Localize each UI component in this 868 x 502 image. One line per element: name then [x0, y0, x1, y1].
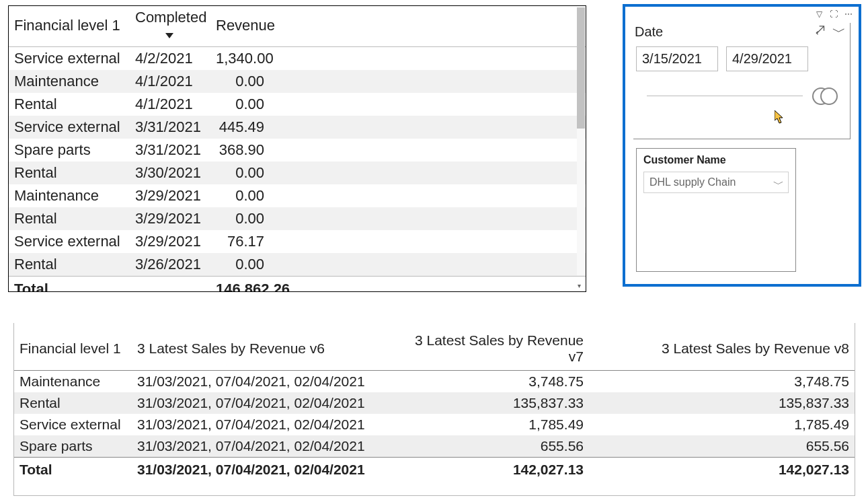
cell-fin: Service external [9, 230, 130, 253]
visual-header-icons: ▽ ⛶ ⋯ [814, 9, 853, 19]
more-options-icon[interactable]: ⋯ [844, 9, 853, 19]
table-row[interactable]: Rental4/1/20210.00 [9, 93, 586, 116]
date-to-input[interactable]: 4/29/2021 [726, 46, 808, 71]
total2-v8: 142,027.13 [589, 458, 855, 481]
revenue-table: Financial level 1 Completed Revenue Serv… [9, 6, 586, 292]
cell-fin: Rental [9, 207, 130, 230]
cell-fin: Maintenance [9, 70, 130, 93]
cell-v8: 135,837.33 [589, 392, 855, 414]
cell-completed: 3/29/2021 [130, 207, 210, 230]
cell-fin: Service external [14, 414, 132, 435]
customer-dropdown[interactable]: DHL supply Chain ﹀ [643, 172, 789, 193]
cell-revenue: 368.90 [210, 139, 298, 162]
customer-slicer-title: Customer Name [643, 154, 789, 166]
customer-selected-value: DHL supply Chain [649, 176, 736, 188]
clear-selections-icon[interactable] [816, 23, 826, 41]
table-row[interactable]: Maintenance31/03/2021, 07/04/2021, 02/04… [14, 371, 855, 393]
cell-completed: 3/30/2021 [130, 162, 210, 184]
table-row[interactable]: Maintenance4/1/20210.00 [9, 70, 586, 93]
cell-revenue: 0.00 [210, 207, 298, 230]
col-financial-level[interactable]: Financial level 1 [9, 6, 130, 47]
date-range-slider[interactable] [640, 87, 843, 105]
cell-v7: 1,785.49 [394, 414, 589, 435]
cell-completed: 4/1/2021 [130, 93, 210, 116]
cell-v6: 31/03/2021, 07/04/2021, 02/04/2021 [132, 371, 394, 393]
slider-track [647, 96, 803, 96]
slider-handles[interactable] [812, 87, 839, 105]
cell-revenue: 76.17 [210, 230, 298, 253]
table-row[interactable]: Spare parts3/31/2021368.90 [9, 139, 586, 162]
scrollbar-track[interactable] [577, 7, 585, 275]
cell-v7: 135,837.33 [394, 392, 589, 414]
cell-fin: Maintenance [14, 371, 132, 393]
chevron-down-icon: ﹀ [773, 178, 784, 192]
mouse-cursor-icon [775, 110, 785, 124]
cell-revenue: 0.00 [210, 93, 298, 116]
cell-completed: 3/31/2021 [130, 116, 210, 139]
cell-revenue: 0.00 [210, 253, 298, 277]
customer-slicer[interactable]: Customer Name DHL supply Chain ﹀ [636, 148, 796, 272]
total2-v6: 31/03/2021, 07/04/2021, 02/04/2021 [132, 458, 394, 481]
cell-v6: 31/03/2021, 07/04/2021, 02/04/2021 [132, 435, 394, 458]
table-row[interactable]: Maintenance3/29/20210.00 [9, 184, 586, 207]
cell-v7: 3,748.75 [394, 371, 589, 393]
latest-sales-visual[interactable]: Financial level 1 3 Latest Sales by Reve… [13, 323, 855, 496]
table-row[interactable]: Service external4/2/20211,340.00 [9, 47, 586, 71]
cell-completed: 4/2/2021 [130, 47, 210, 71]
cell-fin: Rental [9, 253, 130, 277]
total-label: Total [9, 277, 130, 293]
cell-revenue: 445.49 [210, 116, 298, 139]
date-slicer-title: Date [635, 24, 663, 40]
col-completed[interactable]: Completed [130, 6, 210, 47]
cell-fin: Maintenance [9, 184, 130, 207]
table-row[interactable]: Service external3/29/202176.17 [9, 230, 586, 253]
table-row[interactable]: Rental3/26/20210.00 [9, 253, 586, 277]
sort-desc-icon [165, 25, 205, 42]
date-slicer[interactable]: Date ﹀ 3/15/2021 4/29/2021 [633, 23, 851, 139]
table-row[interactable]: Rental3/30/20210.00 [9, 162, 586, 184]
cell-revenue: 1,340.00 [210, 47, 298, 71]
cell-fin: Rental [14, 392, 132, 414]
cell-completed: 3/29/2021 [130, 184, 210, 207]
cell-fin: Service external [9, 47, 130, 71]
col-spacer [298, 6, 586, 47]
total2-label: Total [14, 458, 132, 481]
focus-mode-icon[interactable]: ⛶ [829, 9, 838, 19]
col-revenue[interactable]: Revenue [210, 6, 298, 47]
chevron-down-icon[interactable]: ﹀ [832, 23, 846, 41]
cell-completed: 3/31/2021 [130, 139, 210, 162]
svg-marker-1 [775, 110, 783, 123]
cell-revenue: 0.00 [210, 70, 298, 93]
scroll-down-icon[interactable]: ▾ [578, 282, 584, 289]
cell-v7: 655.56 [394, 435, 589, 458]
table-row[interactable]: Rental3/29/20210.00 [9, 207, 586, 230]
cell-fin: Rental [9, 93, 130, 116]
col2-v6[interactable]: 3 Latest Sales by Revenue v6 [132, 330, 394, 371]
total2-v7: 142,027.13 [394, 458, 589, 481]
svg-marker-0 [165, 33, 173, 38]
cell-fin: Service external [9, 116, 130, 139]
table-row[interactable]: Rental31/03/2021, 07/04/2021, 02/04/2021… [14, 392, 855, 414]
col2-v8[interactable]: 3 Latest Sales by Revenue v8 [589, 330, 855, 371]
cell-v8: 655.56 [589, 435, 855, 458]
table-row[interactable]: Service external31/03/2021, 07/04/2021, … [14, 414, 855, 435]
filter-icon[interactable]: ▽ [814, 9, 824, 19]
revenue-table-visual[interactable]: Financial level 1 Completed Revenue Serv… [8, 5, 586, 292]
cell-revenue: 0.00 [210, 184, 298, 207]
table-row[interactable]: Spare parts31/03/2021, 07/04/2021, 02/04… [14, 435, 855, 458]
col2-financial-level[interactable]: Financial level 1 [14, 330, 132, 371]
cell-revenue: 0.00 [210, 162, 298, 184]
cell-completed: 4/1/2021 [130, 70, 210, 93]
cell-completed: 3/26/2021 [130, 253, 210, 277]
cell-v8: 1,785.49 [589, 414, 855, 435]
latest-sales-table: Financial level 1 3 Latest Sales by Reve… [14, 330, 855, 480]
cell-fin: Spare parts [14, 435, 132, 458]
scrollbar-thumb[interactable] [577, 7, 585, 129]
filters-panel: ▽ ⛶ ⋯ Date ﹀ 3/15/2021 4/29/2021 [623, 4, 861, 287]
col2-v7[interactable]: 3 Latest Sales by Revenue v7 [394, 330, 589, 371]
cell-fin: Rental [9, 162, 130, 184]
date-from-input[interactable]: 3/15/2021 [636, 46, 718, 71]
col-completed-label: Completed [135, 9, 206, 26]
table-row[interactable]: Service external3/31/2021445.49 [9, 116, 586, 139]
cell-v6: 31/03/2021, 07/04/2021, 02/04/2021 [132, 414, 394, 435]
